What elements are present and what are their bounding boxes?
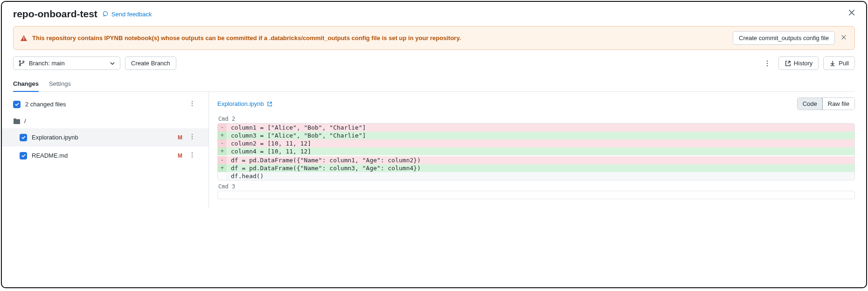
view-mode-code[interactable]: Code [797, 97, 823, 110]
svg-point-17 [192, 156, 193, 157]
diff-block: -column1 = ["Alice", "Bob", "Charlie"]+c… [217, 123, 855, 180]
close-dialog-button[interactable] [846, 7, 858, 20]
file-menu[interactable] [187, 132, 197, 143]
check-icon [14, 102, 20, 107]
modified-badge: M [178, 152, 182, 159]
branch-icon [18, 60, 25, 67]
root-folder-label: / [24, 118, 26, 125]
diff-line: -df = pd.DataFrame({"Name": column1, "Ag… [218, 156, 854, 164]
svg-point-11 [192, 105, 193, 106]
cell-label: Cmd 2 [218, 116, 855, 122]
select-all-checkbox[interactable] [13, 101, 21, 108]
kebab-icon [189, 152, 195, 158]
notebook-outputs-banner: This repository contains IPYNB notebook(… [13, 26, 855, 50]
diff-line: df.head() [218, 172, 854, 180]
svg-rect-2 [23, 39, 24, 40]
close-icon [847, 8, 856, 17]
tab-settings[interactable]: Settings [49, 76, 71, 92]
view-mode-toggle: Code Raw file [797, 97, 855, 110]
branch-label: Branch: main [29, 60, 65, 67]
chevron-down-icon [110, 61, 115, 66]
external-link-icon [785, 60, 791, 67]
create-branch-button[interactable]: Create Branch [125, 56, 176, 70]
kebab-icon [189, 133, 195, 140]
file-checkbox[interactable] [20, 134, 27, 141]
kebab-icon [764, 60, 771, 67]
branch-selector[interactable]: Branch: main [13, 56, 120, 70]
svg-point-6 [767, 60, 768, 62]
send-feedback-label: Send feedback [111, 11, 152, 18]
diff-block-empty [217, 191, 855, 199]
svg-rect-1 [23, 37, 24, 39]
svg-point-4 [19, 64, 21, 66]
svg-point-16 [192, 154, 193, 155]
svg-point-12 [192, 134, 193, 135]
root-folder-row[interactable]: / [2, 114, 208, 128]
svg-point-0 [103, 12, 107, 16]
create-commit-outputs-button[interactable]: Create commit_outputs config file [733, 31, 835, 45]
svg-point-8 [767, 65, 768, 66]
download-icon [829, 60, 836, 67]
svg-point-14 [192, 138, 193, 139]
pull-button[interactable]: Pull [823, 56, 855, 70]
modified-badge: M [178, 134, 182, 141]
warning-icon [20, 35, 28, 42]
page-title: repo-onboard-test [13, 8, 97, 20]
diff-line: +column3 = ["Alice", "Bob", "Charlie"] [218, 132, 854, 139]
file-row-readme[interactable]: README.md M [2, 146, 208, 165]
cell-label: Cmd 3 [218, 183, 855, 190]
diff-line: -column1 = ["Alice", "Bob", "Charlie"] [218, 124, 854, 132]
view-mode-raw[interactable]: Raw file [822, 98, 854, 110]
dismiss-banner-button[interactable] [840, 33, 848, 43]
tab-changes[interactable]: Changes [13, 76, 39, 92]
svg-point-5 [23, 61, 24, 62]
svg-point-13 [192, 136, 193, 137]
kebab-icon [189, 100, 195, 107]
diff-line: +column4 = [10, 11, 12] [218, 147, 854, 155]
file-menu[interactable] [187, 150, 197, 161]
close-icon [840, 34, 847, 41]
file-name: Exploration.ipynb [32, 134, 173, 141]
external-link-icon [267, 101, 272, 107]
history-button[interactable]: History [778, 56, 819, 70]
file-row-exploration[interactable]: Exploration.ipynb M [2, 128, 208, 146]
more-actions-button[interactable] [761, 57, 774, 70]
comment-icon [102, 11, 109, 17]
diff-line: +df = pd.DataFrame({"Name": column3, "Ag… [218, 164, 854, 172]
folder-icon [13, 118, 21, 125]
svg-point-7 [767, 62, 768, 64]
changed-files-menu[interactable] [187, 98, 197, 110]
changed-files-count: 2 changed files [25, 101, 182, 108]
svg-point-15 [192, 152, 193, 153]
file-name: README.md [32, 152, 173, 159]
check-icon [21, 153, 26, 158]
diff-line: -column2 = [10, 11, 12] [218, 139, 854, 147]
check-icon [21, 135, 26, 140]
banner-text: This repository contains IPYNB notebook(… [32, 35, 728, 42]
send-feedback-link[interactable]: Send feedback [102, 11, 152, 18]
open-file-link[interactable]: Exploration.ipynb [217, 100, 272, 107]
svg-point-10 [192, 103, 193, 104]
svg-point-9 [192, 101, 193, 102]
svg-point-3 [19, 61, 21, 62]
file-checkbox[interactable] [20, 152, 27, 159]
